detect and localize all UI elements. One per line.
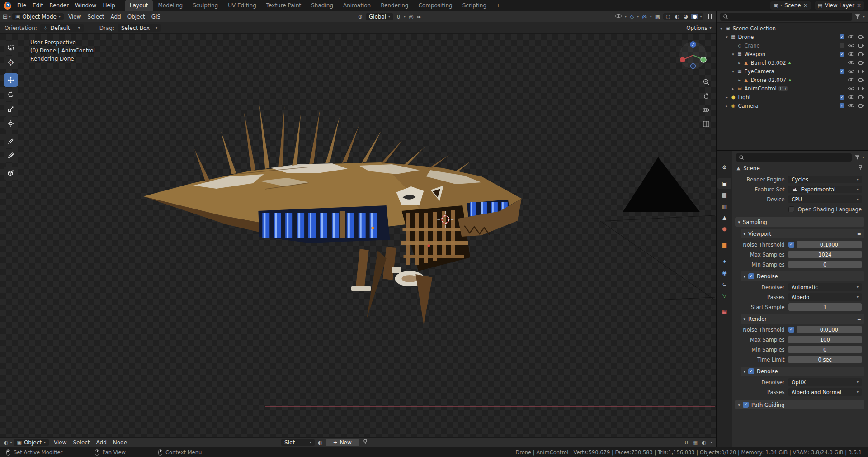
mode-dropdown[interactable]: ▣ Object Mode	[12, 13, 64, 20]
presets-icon[interactable]	[857, 231, 861, 237]
exclude-checkbox[interactable]	[840, 43, 844, 48]
outliner-row-crane[interactable]: ◇ Crane	[717, 41, 868, 50]
add-workspace-button[interactable]: +	[492, 2, 504, 9]
dropdown-field[interactable]: Experimental	[788, 186, 862, 193]
viewport-menu-item[interactable]: GIS	[148, 13, 164, 21]
xray-toggle-icon[interactable]: ▩	[655, 14, 660, 19]
disclosure-arrow-icon[interactable]: ▾	[731, 69, 736, 74]
proportional-editing-icon[interactable]: ◎	[409, 14, 413, 19]
overlays-icon[interactable]: ◎	[642, 14, 646, 19]
unlink-scene-icon[interactable]	[803, 2, 808, 9]
shader-editor-menu-item[interactable]: Add	[93, 438, 110, 447]
disclosure-arrow-icon[interactable]: ▾	[719, 26, 724, 31]
exclude-checkbox[interactable]	[840, 52, 844, 57]
exclude-checkbox[interactable]	[840, 95, 844, 100]
dropdown-field[interactable]: Automatic	[788, 283, 862, 291]
disable-in-renders-camera-icon[interactable]	[858, 86, 864, 91]
chevron-down-icon[interactable]	[650, 15, 652, 19]
camera-view-icon[interactable]	[702, 105, 711, 114]
disclosure-triangle-icon[interactable]	[744, 232, 746, 236]
slot-dropdown[interactable]: Slot	[281, 439, 315, 446]
transform-tool[interactable]	[4, 117, 18, 130]
disable-in-renders-camera-icon[interactable]	[858, 95, 864, 100]
dropdown-field[interactable]: Cycles	[788, 176, 862, 183]
number-field[interactable]: 100	[788, 336, 862, 343]
view-layer-selector[interactable]: ▤ View Layer	[815, 1, 864, 10]
zoom-icon[interactable]	[702, 77, 711, 86]
property-checkbox[interactable]	[788, 242, 794, 248]
viewport-menu-item[interactable]: Add	[107, 13, 124, 21]
exclude-checkbox[interactable]	[840, 103, 844, 108]
options-dropdown[interactable]: Options	[686, 25, 711, 31]
scene-selector[interactable]: ▣ Scene	[770, 1, 811, 10]
section-checkbox[interactable]	[743, 402, 749, 408]
chevron-down-icon[interactable]	[863, 156, 864, 159]
pin-icon[interactable]	[362, 438, 368, 446]
grid-icon[interactable]: ▦	[693, 440, 698, 445]
property-checkbox[interactable]	[788, 206, 794, 212]
properties-tab-physics[interactable]: ◉	[717, 267, 731, 278]
shader-type-dropdown[interactable]: ▣ Object	[14, 439, 49, 446]
panel-section-header[interactable]: Denoise	[741, 271, 865, 281]
chevron-down-icon[interactable]	[637, 15, 639, 19]
shader-editor-menu-item[interactable]: Node	[110, 438, 130, 447]
filter-funnel-icon[interactable]	[854, 155, 860, 160]
cursor-tool[interactable]	[4, 56, 18, 69]
shader-editor-menu-item[interactable]: View	[51, 438, 70, 447]
transform-orientation-dropdown[interactable]: Global	[366, 13, 393, 20]
dropdown-field[interactable]: Albedo and Normal	[788, 388, 862, 396]
workspace-tab[interactable]: Shading	[306, 0, 338, 11]
properties-tab-texture[interactable]: ▦	[717, 306, 731, 317]
blender-logo-icon[interactable]	[4, 2, 11, 10]
disclosure-triangle-icon[interactable]	[738, 220, 741, 224]
transform-pivot-icon[interactable]: ⊕	[358, 14, 363, 19]
filter-funnel-icon[interactable]	[855, 14, 860, 19]
new-material-button[interactable]: + New	[326, 439, 359, 446]
editor-type-icon[interactable]: ⊞	[3, 14, 8, 19]
disclosure-triangle-icon[interactable]	[744, 274, 746, 279]
exclude-checkbox[interactable]	[840, 34, 844, 39]
property-checkbox[interactable]	[788, 327, 794, 333]
hide-in-viewport-eye-icon[interactable]	[848, 69, 854, 74]
measure-tool[interactable]	[4, 149, 18, 162]
properties-tab-object[interactable]: ■	[717, 240, 731, 250]
dropdown-field[interactable]: CPU	[788, 195, 862, 203]
gizmos-icon[interactable]: ◇	[630, 14, 634, 19]
topbar-menu-item[interactable]: File	[14, 1, 29, 10]
pause-icon[interactable]	[708, 14, 712, 19]
disable-in-renders-camera-icon[interactable]	[858, 52, 864, 57]
chevron-down-icon[interactable]	[625, 15, 627, 19]
hide-in-viewport-eye-icon[interactable]	[848, 86, 854, 91]
properties-tab-particles[interactable]: ∗	[717, 256, 731, 267]
number-field[interactable]: 0 sec	[788, 356, 862, 363]
disclosure-arrow-icon[interactable]: ▾	[724, 35, 730, 39]
viewport-menu-item[interactable]: View	[65, 13, 84, 21]
add-cube-tool[interactable]	[4, 167, 18, 180]
section-checkbox[interactable]	[748, 273, 754, 279]
panel-section-header[interactable]: Render	[741, 314, 865, 324]
workspace-tab[interactable]: Rendering	[376, 0, 413, 11]
properties-tab-output[interactable]: ▤	[717, 190, 731, 200]
section-checkbox[interactable]	[748, 368, 754, 374]
snap-magnet-icon[interactable]: ∪	[396, 14, 401, 19]
disclosure-arrow-icon[interactable]: ▸	[724, 104, 730, 108]
scale-tool[interactable]	[4, 102, 18, 116]
viewport-3d[interactable]: User Perspective(0) Drone | AnimControlR…	[0, 34, 716, 437]
disclosure-triangle-icon[interactable]	[744, 369, 746, 374]
shading-solid-icon[interactable]: ◐	[674, 14, 681, 19]
disable-in-renders-camera-icon[interactable]	[858, 43, 864, 48]
disclosure-arrow-icon[interactable]: ▸	[724, 95, 730, 100]
move-tool[interactable]	[4, 73, 18, 87]
properties-search-input[interactable]	[746, 154, 849, 161]
exclude-checkbox[interactable]	[840, 69, 844, 74]
outliner-search-input[interactable]	[731, 14, 849, 20]
chevron-down-icon[interactable]	[10, 441, 12, 444]
topbar-menu-item[interactable]: Help	[99, 1, 118, 10]
panel-section-header[interactable]: Viewport	[741, 229, 865, 238]
properties-tab-tool[interactable]: ⚙	[717, 162, 731, 172]
number-field[interactable]: 1	[788, 303, 862, 311]
dropdown-field[interactable]: Albedo	[788, 293, 862, 301]
remove-view-layer-icon[interactable]	[857, 2, 861, 9]
pan-hand-icon[interactable]	[702, 91, 711, 100]
number-field[interactable]: 0	[788, 346, 862, 353]
